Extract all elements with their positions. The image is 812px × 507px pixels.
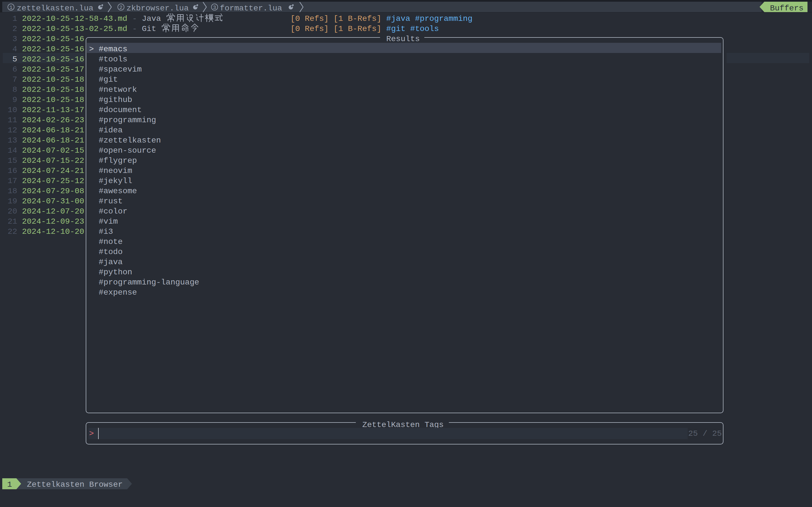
svg-text:1: 1 xyxy=(10,4,13,10)
svg-text:3: 3 xyxy=(213,4,216,10)
svg-text:2: 2 xyxy=(119,4,123,10)
